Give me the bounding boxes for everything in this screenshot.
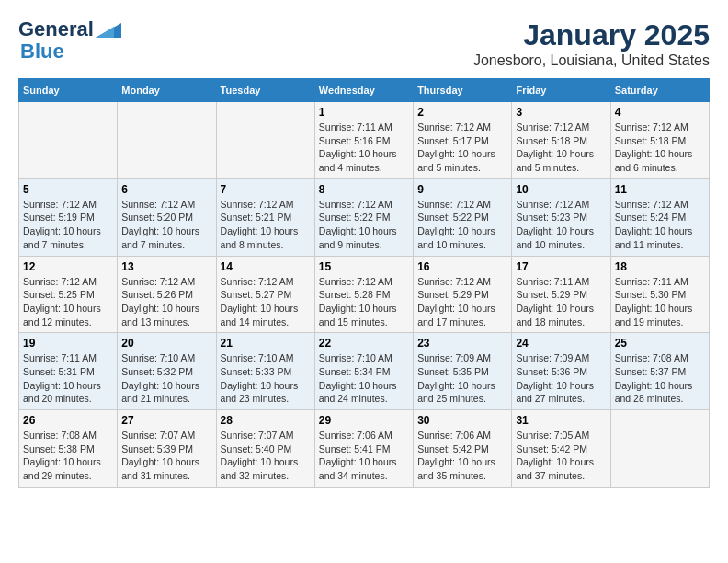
day-info: Sunrise: 7:08 AM Sunset: 5:37 PM Dayligh… [615,351,705,406]
table-row: 5Sunrise: 7:12 AM Sunset: 5:19 PM Daylig… [19,178,118,256]
table-row: 31Sunrise: 7:05 AM Sunset: 5:42 PM Dayli… [512,410,610,488]
day-number: 30 [417,414,507,427]
day-number: 24 [516,337,606,350]
calendar-header-row: Sunday Monday Tuesday Wednesday Thursday… [19,79,710,102]
table-row: 10Sunrise: 7:12 AM Sunset: 5:23 PM Dayli… [512,178,610,256]
table-row: 27Sunrise: 7:07 AM Sunset: 5:39 PM Dayli… [118,410,216,488]
table-row: 14Sunrise: 7:12 AM Sunset: 5:27 PM Dayli… [216,256,314,333]
day-number: 5 [23,183,113,196]
day-number: 20 [121,337,211,350]
day-number: 26 [23,414,113,427]
calendar-week-row: 5Sunrise: 7:12 AM Sunset: 5:19 PM Daylig… [19,178,710,256]
day-number: 1 [319,106,409,119]
day-info: Sunrise: 7:09 AM Sunset: 5:35 PM Dayligh… [417,351,507,406]
calendar-table: Sunday Monday Tuesday Wednesday Thursday… [18,78,710,488]
day-number: 16 [417,260,507,273]
day-number: 31 [516,414,606,427]
day-number: 29 [319,414,409,427]
table-row: 24Sunrise: 7:09 AM Sunset: 5:36 PM Dayli… [512,333,610,410]
table-row: 1Sunrise: 7:11 AM Sunset: 5:16 PM Daylig… [314,102,413,179]
table-row: 11Sunrise: 7:12 AM Sunset: 5:24 PM Dayli… [610,178,709,256]
table-row: 4Sunrise: 7:12 AM Sunset: 5:18 PM Daylig… [610,102,709,179]
day-number: 3 [516,106,606,119]
calendar-week-row: 12Sunrise: 7:12 AM Sunset: 5:25 PM Dayli… [19,256,710,333]
table-row: 17Sunrise: 7:11 AM Sunset: 5:29 PM Dayli… [512,256,610,333]
day-info: Sunrise: 7:12 AM Sunset: 5:18 PM Dayligh… [615,121,705,175]
day-number: 11 [615,183,705,196]
day-info: Sunrise: 7:12 AM Sunset: 5:19 PM Dayligh… [23,198,113,252]
table-row: 12Sunrise: 7:12 AM Sunset: 5:25 PM Dayli… [19,256,118,333]
table-row: 19Sunrise: 7:11 AM Sunset: 5:31 PM Dayli… [19,333,118,410]
col-saturday: Saturday [610,79,709,102]
table-row: 20Sunrise: 7:10 AM Sunset: 5:32 PM Dayli… [118,333,216,410]
day-number: 2 [417,106,507,119]
day-info: Sunrise: 7:12 AM Sunset: 5:22 PM Dayligh… [417,198,507,252]
col-sunday: Sunday [19,79,118,102]
day-number: 7 [221,183,311,196]
day-number: 15 [319,260,409,273]
day-info: Sunrise: 7:12 AM Sunset: 5:27 PM Dayligh… [221,275,311,329]
day-info: Sunrise: 7:12 AM Sunset: 5:29 PM Dayligh… [417,275,507,329]
day-number: 25 [615,337,705,350]
table-row: 28Sunrise: 7:07 AM Sunset: 5:40 PM Dayli… [216,410,314,488]
day-info: Sunrise: 7:10 AM Sunset: 5:34 PM Dayligh… [319,351,409,406]
col-monday: Monday [118,79,216,102]
table-row: 22Sunrise: 7:10 AM Sunset: 5:34 PM Dayli… [314,333,413,410]
day-info: Sunrise: 7:12 AM Sunset: 5:23 PM Dayligh… [516,198,606,252]
day-number: 14 [221,260,311,273]
day-number: 27 [121,414,211,427]
day-info: Sunrise: 7:09 AM Sunset: 5:36 PM Dayligh… [516,351,606,406]
table-row [118,102,216,179]
table-row [610,410,709,488]
calendar-week-row: 1Sunrise: 7:11 AM Sunset: 5:16 PM Daylig… [19,102,710,179]
day-info: Sunrise: 7:11 AM Sunset: 5:31 PM Dayligh… [23,351,113,406]
day-info: Sunrise: 7:10 AM Sunset: 5:33 PM Dayligh… [221,351,311,406]
table-row: 8Sunrise: 7:12 AM Sunset: 5:22 PM Daylig… [314,178,413,256]
day-number: 22 [319,337,409,350]
day-number: 28 [221,414,311,427]
page-subtitle: Jonesboro, Louisiana, United States [473,52,710,69]
day-info: Sunrise: 7:12 AM Sunset: 5:25 PM Dayligh… [23,275,113,329]
page-header: General Blue January 2025 Jonesboro, Lou… [18,18,710,69]
table-row: 18Sunrise: 7:11 AM Sunset: 5:30 PM Dayli… [610,256,709,333]
day-number: 10 [516,183,606,196]
logo-text: General Blue [18,18,121,63]
calendar-week-row: 26Sunrise: 7:08 AM Sunset: 5:38 PM Dayli… [19,410,710,488]
col-thursday: Thursday [414,79,512,102]
day-number: 21 [221,337,311,350]
day-info: Sunrise: 7:05 AM Sunset: 5:42 PM Dayligh… [516,429,606,483]
logo: General Blue [18,18,121,63]
col-friday: Friday [512,79,610,102]
day-info: Sunrise: 7:12 AM Sunset: 5:26 PM Dayligh… [121,275,211,329]
day-info: Sunrise: 7:06 AM Sunset: 5:42 PM Dayligh… [417,429,507,483]
day-number: 13 [121,260,211,273]
table-row: 30Sunrise: 7:06 AM Sunset: 5:42 PM Dayli… [414,410,512,488]
day-info: Sunrise: 7:12 AM Sunset: 5:20 PM Dayligh… [121,198,211,252]
day-info: Sunrise: 7:11 AM Sunset: 5:16 PM Dayligh… [319,121,409,175]
day-number: 9 [417,183,507,196]
day-info: Sunrise: 7:11 AM Sunset: 5:30 PM Dayligh… [615,275,705,329]
day-number: 6 [121,183,211,196]
day-info: Sunrise: 7:11 AM Sunset: 5:29 PM Dayligh… [516,275,606,329]
day-info: Sunrise: 7:12 AM Sunset: 5:22 PM Dayligh… [319,198,409,252]
calendar-week-row: 19Sunrise: 7:11 AM Sunset: 5:31 PM Dayli… [19,333,710,410]
table-row: 15Sunrise: 7:12 AM Sunset: 5:28 PM Dayli… [314,256,413,333]
page-title: January 2025 [473,18,710,52]
day-info: Sunrise: 7:12 AM Sunset: 5:24 PM Dayligh… [615,198,705,252]
table-row [19,102,118,179]
day-number: 4 [615,106,705,119]
day-info: Sunrise: 7:08 AM Sunset: 5:38 PM Dayligh… [23,429,113,483]
col-wednesday: Wednesday [314,79,413,102]
svg-marker-1 [96,27,114,38]
table-row: 2Sunrise: 7:12 AM Sunset: 5:17 PM Daylig… [414,102,512,179]
day-info: Sunrise: 7:12 AM Sunset: 5:21 PM Dayligh… [221,198,311,252]
title-block: January 2025 Jonesboro, Louisiana, Unite… [473,18,710,69]
table-row [216,102,314,179]
table-row: 23Sunrise: 7:09 AM Sunset: 5:35 PM Dayli… [414,333,512,410]
day-info: Sunrise: 7:10 AM Sunset: 5:32 PM Dayligh… [121,351,211,406]
table-row: 6Sunrise: 7:12 AM Sunset: 5:20 PM Daylig… [118,178,216,256]
table-row: 7Sunrise: 7:12 AM Sunset: 5:21 PM Daylig… [216,178,314,256]
col-tuesday: Tuesday [216,79,314,102]
day-info: Sunrise: 7:07 AM Sunset: 5:40 PM Dayligh… [221,429,311,483]
table-row: 16Sunrise: 7:12 AM Sunset: 5:29 PM Dayli… [414,256,512,333]
